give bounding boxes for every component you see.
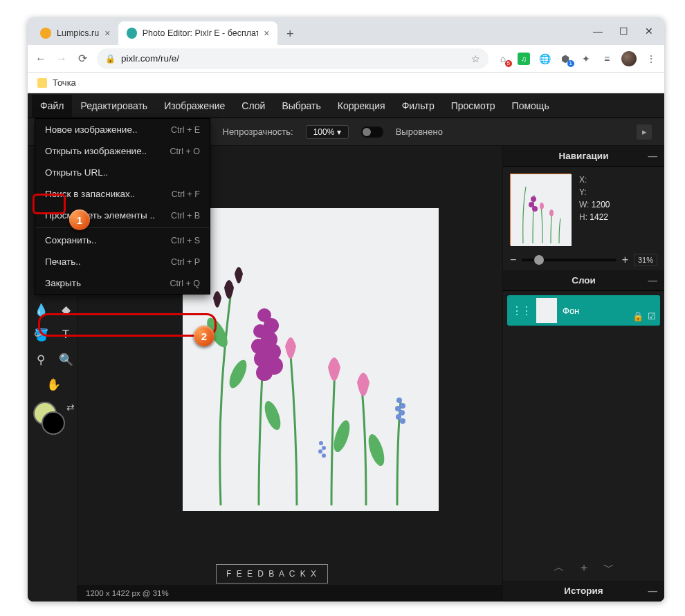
url-text: pixlr.com/ru/e/: [121, 53, 179, 64]
svg-point-16: [400, 403, 405, 409]
tab-lumpics[interactable]: Lumpics.ru ×: [32, 21, 118, 45]
layer-thumbnail: [536, 298, 557, 323]
collapse-icon[interactable]: —: [648, 586, 658, 596]
menu-filter[interactable]: Фильтр: [394, 95, 443, 117]
layer-row[interactable]: ⋮⋮ Фон 🔒 ☑: [507, 295, 660, 326]
svg-point-21: [319, 441, 323, 445]
layer-up-icon[interactable]: ︿: [554, 561, 565, 575]
menu-item-open[interactable]: Открыть изображение..Ctrl + O: [35, 140, 210, 162]
svg-point-19: [396, 414, 401, 420]
layer-name: Фон: [563, 306, 627, 316]
annotation-badge-2: 2: [194, 326, 214, 346]
svg-rect-25: [511, 174, 572, 246]
svg-point-30: [549, 209, 554, 216]
tab-pixlr[interactable]: Photo Editor: Pixlr E - бесплатны ×: [118, 21, 277, 45]
reload-icon[interactable]: ⟳: [76, 52, 89, 65]
profile-avatar[interactable]: [621, 51, 637, 66]
menu-edit[interactable]: Редактировать: [72, 95, 156, 117]
menu-select[interactable]: Выбрать: [273, 95, 329, 117]
drag-grip-icon[interactable]: ⋮⋮: [511, 304, 531, 317]
menu-item-open-url[interactable]: Открыть URL..: [35, 162, 210, 183]
ext-cube-icon[interactable]: ⬢1: [559, 53, 572, 65]
nav-meta: X: Y: W: 1200 H: 1422: [579, 174, 610, 245]
ext-list-icon[interactable]: ≡: [601, 53, 613, 65]
tool-zoom-icon[interactable]: 🔍: [55, 349, 76, 370]
zoom-out-icon[interactable]: −: [510, 254, 516, 266]
tab-title: Photo Editor: Pixlr E - бесплатны: [143, 28, 258, 38]
menu-layer[interactable]: Слой: [233, 95, 273, 117]
close-window-icon[interactable]: ✕: [645, 26, 653, 37]
status-text: 1200 x 1422 px @ 31%: [86, 589, 169, 597]
folder-icon: [37, 78, 47, 88]
panel-header-history[interactable]: История —: [503, 581, 664, 601]
ext-globe-icon[interactable]: 🌐: [538, 53, 551, 65]
collapse-icon[interactable]: —: [648, 151, 658, 161]
close-icon[interactable]: ×: [104, 28, 110, 39]
aligned-toggle[interactable]: [361, 127, 383, 138]
lock-icon: 🔒: [105, 54, 116, 64]
swap-colors-icon[interactable]: ⇄: [66, 402, 75, 413]
menu-item-save[interactable]: Сохранить..Ctrl + S: [35, 230, 210, 251]
annotation-badge-1: 1: [69, 209, 90, 230]
svg-rect-0: [183, 208, 439, 511]
feedback-button[interactable]: F E E D B A C K X: [216, 564, 328, 584]
svg-point-29: [540, 203, 544, 209]
tool-eyedropper-icon[interactable]: ⚲: [30, 349, 51, 370]
tool-hand2-icon[interactable]: ✋: [43, 374, 64, 395]
annotation-highlight-save: [38, 313, 217, 337]
svg-point-28: [532, 206, 538, 212]
opacity-value[interactable]: 100% ▾: [306, 125, 349, 139]
back-icon[interactable]: ←: [35, 53, 47, 65]
menu-help[interactable]: Помощь: [504, 95, 558, 117]
flowers-image: [183, 208, 439, 511]
collapse-icon[interactable]: —: [648, 275, 658, 286]
favicon-icon: [40, 28, 51, 39]
ext-shield-icon[interactable]: ⌂5: [497, 53, 509, 65]
zoom-value[interactable]: 31%: [634, 254, 657, 266]
panel-toggle-icon[interactable]: ▸: [637, 124, 652, 140]
forward-icon[interactable]: →: [55, 53, 68, 65]
ext-puzzle-icon[interactable]: ✦: [580, 53, 592, 65]
canvas-image[interactable]: [183, 208, 439, 511]
panel-header-navigation[interactable]: Навигации —: [503, 146, 664, 167]
panel-header-layers[interactable]: Слои —: [503, 270, 664, 291]
extensions: ⌂5 ♫ 🌐 ⬢1 ✦ ≡ ⋮: [497, 51, 657, 66]
menu-adjust[interactable]: Коррекция: [329, 95, 394, 117]
zoom-in-icon[interactable]: +: [622, 254, 628, 266]
menu-view[interactable]: Просмотр: [443, 95, 504, 117]
layer-add-icon[interactable]: ＋: [578, 561, 590, 575]
bookmarks-bar: Точка: [28, 73, 664, 93]
titlebar: Lumpics.ru × Photo Editor: Pixlr E - бес…: [28, 17, 664, 45]
kebab-icon[interactable]: ⋮: [645, 53, 657, 65]
tab-strip: Lumpics.ru × Photo Editor: Pixlr E - бес…: [32, 21, 300, 45]
menu-item-print[interactable]: Печать..Ctrl + P: [35, 251, 210, 272]
lock-icon[interactable]: 🔒: [632, 311, 643, 321]
window-controls: — ☐ ✕: [593, 26, 660, 37]
nav-thumbnail[interactable]: [510, 174, 571, 245]
omnibox[interactable]: 🔒 pixlr.com/ru/e/ ☆: [97, 48, 488, 69]
menu-image[interactable]: Изображение: [156, 95, 233, 117]
ext-music-icon[interactable]: ♫: [518, 53, 530, 65]
layer-down-icon[interactable]: ﹀: [603, 561, 614, 575]
pixlr-app: 1 2 Файл Редактировать Изображение Слой …: [28, 93, 664, 601]
layer-ops: ︿ ＋ ﹀: [503, 555, 664, 581]
address-bar: ← → ⟳ 🔒 pixlr.com/ru/e/ ☆ ⌂5 ♫ 🌐 ⬢1 ✦ ≡ …: [28, 45, 664, 73]
menu-file[interactable]: Файл: [32, 95, 72, 117]
close-icon[interactable]: ×: [264, 28, 269, 39]
svg-point-24: [322, 454, 326, 458]
menu-item-close[interactable]: ЗакрытьCtrl + Q: [35, 272, 210, 294]
star-icon[interactable]: ☆: [471, 53, 480, 64]
minimize-icon[interactable]: —: [593, 26, 603, 37]
opacity-label: Непрозрачность:: [223, 127, 293, 137]
favicon-icon: [127, 28, 136, 39]
zoom-slider-row: − + 31%: [503, 250, 664, 270]
background-color[interactable]: [42, 411, 65, 435]
menu-item-new[interactable]: Новое изображение..Ctrl + E: [35, 119, 210, 140]
zoom-slider[interactable]: [522, 259, 616, 261]
visibility-icon[interactable]: ☑: [648, 311, 656, 321]
color-swatches[interactable]: ⇄: [30, 402, 76, 439]
new-tab-button[interactable]: +: [280, 24, 300, 44]
navigation-panel: X: Y: W: 1200 H: 1422: [503, 167, 664, 250]
maximize-icon[interactable]: ☐: [619, 26, 628, 37]
bookmark-item[interactable]: Точка: [53, 77, 76, 88]
